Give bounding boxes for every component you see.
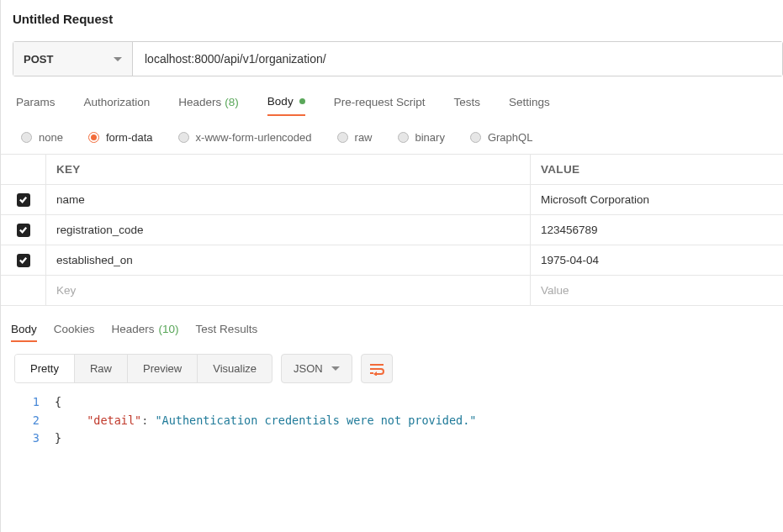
resp-tab-headers-label: Headers bbox=[112, 323, 155, 337]
tab-body-label: Body bbox=[267, 95, 294, 108]
tab-prerequest[interactable]: Pre-request Script bbox=[334, 95, 426, 116]
table-header: KEY VALUE bbox=[1, 155, 783, 185]
check-icon bbox=[19, 195, 28, 204]
radio-form-data-label: form-data bbox=[106, 131, 153, 144]
resp-tab-cookies[interactable]: Cookies bbox=[54, 323, 95, 342]
format-select[interactable]: JSON bbox=[281, 354, 352, 383]
radio-graphql-label: GraphQL bbox=[488, 131, 532, 144]
dot-indicator-icon bbox=[299, 98, 305, 104]
svg-marker-1 bbox=[373, 371, 377, 376]
table-row bbox=[1, 215, 783, 245]
table-row bbox=[1, 185, 783, 215]
tab-settings[interactable]: Settings bbox=[509, 95, 550, 116]
tab-headers-count: (8) bbox=[225, 96, 239, 108]
view-preview[interactable]: Preview bbox=[128, 355, 198, 382]
method-label: POST bbox=[24, 53, 53, 66]
response-toolbar: Pretty Raw Preview Visualize JSON bbox=[13, 354, 783, 383]
radio-binary-label: binary bbox=[415, 131, 445, 144]
line-number: 2 bbox=[13, 412, 40, 430]
radio-none-label: none bbox=[39, 131, 63, 144]
method-select[interactable]: POST bbox=[13, 42, 133, 76]
line-number: 1 bbox=[13, 393, 40, 412]
request-bar: POST bbox=[13, 41, 783, 76]
col-header-key: KEY bbox=[46, 155, 531, 184]
tab-headers[interactable]: Headers (8) bbox=[178, 95, 239, 116]
row-checkbox[interactable] bbox=[17, 224, 30, 237]
key-input[interactable] bbox=[56, 254, 520, 266]
check-icon bbox=[19, 255, 28, 265]
radio-none[interactable]: none bbox=[21, 131, 63, 144]
response-tabs: Body Cookies Headers (10) Test Results bbox=[11, 323, 783, 342]
radio-icon bbox=[398, 132, 409, 143]
view-visualize[interactable]: Visualize bbox=[198, 355, 272, 382]
code-token: "detail" bbox=[87, 413, 141, 427]
resp-tab-headers-count: (10) bbox=[159, 323, 179, 337]
table-row bbox=[1, 245, 783, 276]
code-token: : bbox=[141, 413, 148, 427]
value-input[interactable] bbox=[541, 284, 773, 297]
radio-xwww-label: x-www-form-urlencoded bbox=[196, 131, 312, 144]
radio-xwww[interactable]: x-www-form-urlencoded bbox=[178, 131, 312, 144]
resp-tab-body[interactable]: Body bbox=[11, 323, 37, 342]
value-input[interactable] bbox=[541, 193, 773, 206]
response-body: 1 2 3 { "detail": "Authentication creden… bbox=[13, 393, 783, 448]
resp-tab-headers[interactable]: Headers (10) bbox=[112, 323, 179, 342]
body-type-radios: none form-data x-www-form-urlencoded raw… bbox=[13, 131, 783, 144]
format-label: JSON bbox=[294, 362, 323, 375]
check-icon bbox=[19, 225, 28, 234]
row-checkbox[interactable] bbox=[17, 193, 30, 207]
tab-authorization[interactable]: Authorization bbox=[84, 95, 151, 116]
form-data-table: KEY VALUE bbox=[1, 154, 783, 306]
radio-binary[interactable]: binary bbox=[398, 131, 445, 144]
value-input[interactable] bbox=[541, 224, 773, 236]
radio-form-data[interactable]: form-data bbox=[88, 131, 153, 144]
tab-tests[interactable]: Tests bbox=[453, 95, 480, 116]
tab-body[interactable]: Body bbox=[267, 95, 305, 116]
radio-raw[interactable]: raw bbox=[337, 131, 373, 144]
radio-icon bbox=[21, 132, 32, 143]
view-segment: Pretty Raw Preview Visualize bbox=[14, 354, 272, 383]
tab-params[interactable]: Params bbox=[16, 95, 56, 116]
line-gutter: 1 2 3 bbox=[13, 393, 55, 448]
row-checkbox[interactable] bbox=[17, 254, 30, 267]
url-input[interactable] bbox=[133, 42, 782, 76]
view-raw[interactable]: Raw bbox=[75, 355, 128, 382]
radio-raw-label: raw bbox=[355, 131, 373, 144]
code-token: "Authentication credentials were not pro… bbox=[155, 413, 476, 427]
radio-icon bbox=[88, 132, 99, 143]
radio-icon bbox=[470, 132, 481, 143]
code-token: } bbox=[55, 431, 61, 445]
key-input[interactable] bbox=[56, 193, 520, 206]
request-tabs: Params Authorization Headers (8) Body Pr… bbox=[13, 95, 783, 116]
chevron-down-icon bbox=[331, 366, 340, 371]
key-input[interactable] bbox=[56, 224, 520, 236]
line-number: 3 bbox=[13, 429, 40, 448]
request-title: Untitled Request bbox=[13, 12, 783, 26]
radio-graphql[interactable]: GraphQL bbox=[470, 131, 532, 144]
resp-tab-test-results[interactable]: Test Results bbox=[196, 323, 258, 342]
key-input[interactable] bbox=[56, 284, 520, 297]
value-input[interactable] bbox=[541, 254, 773, 266]
wrap-toggle[interactable] bbox=[361, 354, 393, 383]
code-token: { bbox=[55, 395, 61, 408]
radio-icon bbox=[178, 132, 189, 143]
wrap-icon bbox=[369, 362, 384, 376]
view-pretty[interactable]: Pretty bbox=[15, 355, 75, 382]
col-header-value: VALUE bbox=[531, 155, 783, 184]
table-row-empty bbox=[1, 276, 783, 306]
chevron-down-icon bbox=[114, 57, 122, 61]
radio-icon bbox=[337, 132, 348, 143]
tab-headers-label: Headers bbox=[178, 96, 221, 108]
code-lines[interactable]: { "detail": "Authentication credentials … bbox=[55, 393, 783, 448]
